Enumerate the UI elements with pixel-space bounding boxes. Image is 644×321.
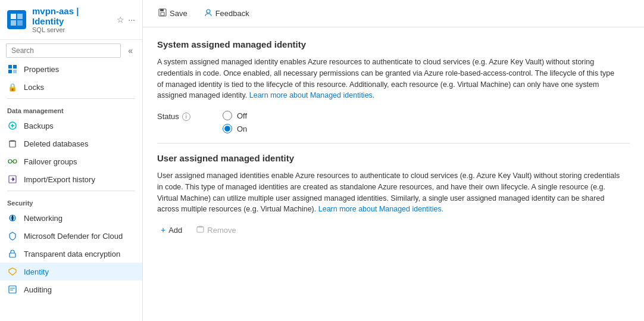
section-security-label: Security [0, 194, 142, 209]
svg-rect-7 [13, 70, 17, 73]
action-row: + Add Remove [157, 223, 630, 236]
page-title-inline: Identity [32, 16, 64, 26]
app-logo [7, 10, 26, 29]
sidebar-item-label: Failover groups [24, 157, 77, 166]
backup-icon [7, 120, 18, 131]
search-input[interactable] [6, 43, 121, 58]
defender-icon [7, 230, 18, 241]
sidebar-item-networking[interactable]: Networking [0, 209, 142, 227]
sidebar-item-label: Properties [24, 65, 59, 74]
sidebar-item-transparent[interactable]: Transparent data encryption [0, 245, 142, 263]
svg-rect-1 [17, 14, 23, 19]
svg-rect-21 [197, 227, 204, 232]
import-icon [7, 174, 18, 185]
system-assigned-section: System assigned managed identity A syste… [157, 39, 630, 133]
user-section-title: User assigned managed identity [157, 153, 630, 163]
resource-name: mvpn-aas | Identity [32, 6, 111, 26]
sidebar-security-items: Networking Microsoft Defender for Cloud … [0, 209, 142, 298]
user-assigned-section: User assigned managed identity User assi… [157, 153, 630, 236]
section-data-management-label: Data management [0, 101, 142, 117]
star-icon[interactable]: ☆ [117, 15, 124, 24]
network-icon [7, 213, 18, 223]
save-icon [158, 8, 167, 18]
system-desc-text: A system assigned managed identity enabl… [157, 58, 614, 99]
sidebar-item-auditing[interactable]: Auditing [0, 281, 142, 298]
status-on-option[interactable]: On [223, 124, 247, 133]
more-icon[interactable]: ··· [128, 15, 135, 24]
svg-point-10 [8, 160, 12, 163]
status-info-icon[interactable]: i [182, 113, 190, 121]
status-label: Status i [157, 112, 205, 121]
status-label-text: Status [157, 112, 179, 121]
svg-rect-14 [10, 253, 15, 257]
divider-2 [7, 191, 135, 191]
sidebar-item-defender[interactable]: Microsoft Defender for Cloud [0, 227, 142, 245]
system-learn-more-link[interactable]: Learn more about Managed identities. [249, 91, 375, 99]
properties-icon [7, 64, 18, 74]
svg-rect-2 [11, 20, 16, 26]
sidebar-item-locks[interactable]: 🔒 Locks [0, 78, 142, 96]
sidebar-top-items: Properties 🔒 Locks [0, 60, 142, 96]
header-icons: ☆ ··· [117, 15, 135, 24]
svg-marker-15 [9, 268, 16, 275]
sidebar-collapse-button[interactable]: « [124, 46, 136, 55]
svg-rect-3 [17, 20, 23, 26]
add-icon: + [161, 225, 165, 235]
add-label: Add [168, 226, 182, 235]
svg-rect-19 [161, 13, 164, 15]
svg-rect-5 [13, 65, 17, 68]
sidebar-search-row: « [0, 40, 142, 60]
resource-type: SQL server [32, 26, 111, 33]
status-off-option[interactable]: Off [223, 111, 247, 120]
sidebar-header: mvpn-aas | Identity SQL server ☆ ··· [0, 0, 142, 40]
sidebar-item-label: Import/Export history [24, 175, 95, 184]
status-on-radio[interactable] [223, 124, 232, 133]
system-section-desc: A system assigned managed identity enabl… [157, 57, 621, 101]
user-learn-more-link[interactable]: Learn more about Managed identities. [318, 205, 444, 213]
sidebar-item-label: Deleted databases [24, 139, 88, 148]
svg-rect-9 [10, 141, 15, 147]
feedback-label: Feedback [215, 9, 249, 18]
save-button[interactable]: Save [155, 6, 191, 21]
toolbar: Save Feedback [143, 0, 644, 27]
resource-name-text: mvpn-aas [32, 6, 74, 16]
svg-rect-6 [8, 70, 12, 73]
svg-rect-4 [8, 65, 12, 68]
identity-icon [7, 266, 18, 277]
main-content: Save Feedback System assigned managed id… [143, 0, 644, 321]
auditing-icon [7, 284, 18, 295]
svg-rect-18 [160, 9, 164, 11]
remove-icon [196, 225, 204, 235]
svg-point-11 [13, 160, 17, 163]
sidebar: mvpn-aas | Identity SQL server ☆ ··· « [0, 0, 143, 321]
svg-point-20 [207, 10, 210, 13]
status-options: Off On [223, 111, 247, 133]
status-off-label: Off [237, 111, 247, 120]
sidebar-item-deleted-databases[interactable]: Deleted databases [0, 135, 142, 152]
sidebar-item-label: Microsoft Defender for Cloud [24, 232, 123, 241]
sidebar-item-label: Networking [24, 214, 62, 223]
sidebar-data-management-items: Backups Deleted databases Failover group… [0, 117, 142, 188]
sidebar-item-identity[interactable]: Identity [0, 263, 142, 281]
system-section-title: System assigned managed identity [157, 39, 630, 49]
resource-title-block: mvpn-aas | Identity SQL server [32, 6, 111, 33]
svg-rect-0 [11, 14, 16, 19]
user-assigned-desc: User assigned managed identities enable … [157, 170, 621, 215]
sidebar-item-properties[interactable]: Properties [0, 60, 142, 78]
sidebar-item-label: Identity [24, 267, 49, 276]
status-on-label: On [237, 124, 247, 133]
sidebar-item-label: Locks [24, 83, 44, 92]
divider-1 [7, 98, 135, 99]
sidebar-item-backups[interactable]: Backups [0, 117, 142, 135]
feedback-button[interactable]: Feedback [201, 6, 253, 21]
sidebar-item-failover[interactable]: Failover groups [0, 152, 142, 170]
remove-label: Remove [207, 226, 236, 235]
failover-icon [7, 156, 18, 167]
status-row: Status i Off On [157, 111, 630, 133]
add-button[interactable]: + Add [157, 223, 186, 236]
sidebar-item-label: Auditing [24, 285, 52, 294]
sidebar-item-import-export[interactable]: Import/Export history [0, 170, 142, 188]
status-off-radio[interactable] [223, 111, 232, 120]
save-label: Save [170, 9, 187, 18]
remove-button[interactable]: Remove [193, 223, 239, 236]
